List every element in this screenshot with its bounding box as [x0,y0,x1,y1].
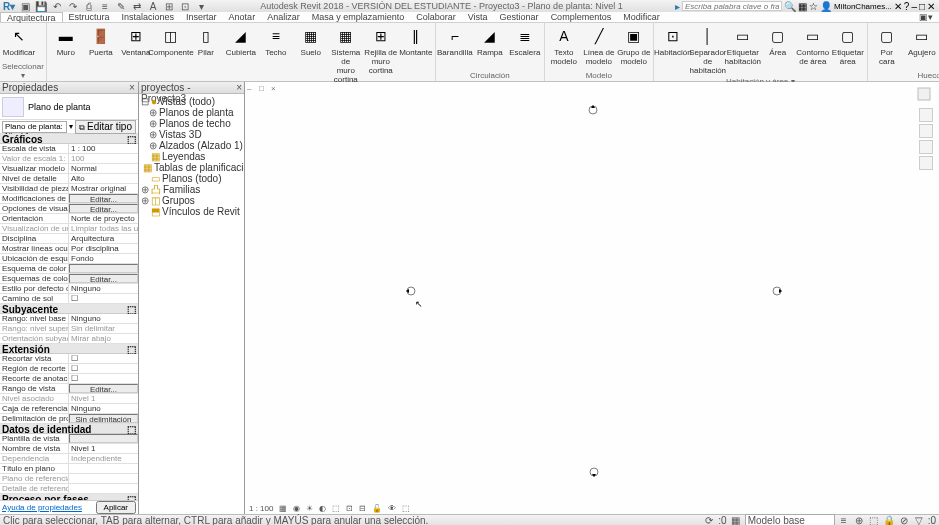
property-value[interactable]: Norte de proyecto [69,214,138,223]
maximize-icon[interactable]: □ [919,1,925,12]
qat-dropdown-icon[interactable]: ▾ [194,1,208,11]
ribbon-button[interactable]: ◫Componente [154,24,188,58]
property-value[interactable]: ☐ [69,374,138,383]
property-row[interactable]: Región de recorte visi...☐ [0,364,138,374]
property-value[interactable]: Ninguno [69,284,138,293]
shadow-icon[interactable]: ◐ [317,504,328,513]
workset-icon[interactable]: ▦ [730,515,742,525]
ribbon-button[interactable]: ╱Línea demodelo [582,24,616,67]
property-row[interactable]: Plano de referencia [0,474,138,484]
search-input[interactable] [682,1,782,11]
ribbon-button[interactable]: ▢Porcara [870,24,904,67]
ribbon-button[interactable]: ⊞Rejilla demuro cortina [364,24,398,76]
property-row[interactable]: Orientación subyacenteMirar abajo [0,334,138,344]
tab-gestionar[interactable]: Gestionar [494,12,545,22]
tree-node[interactable]: ⊕Planos de planta [141,107,242,118]
tab-masa[interactable]: Masa y emplazamiento [306,12,411,22]
signin-icon[interactable]: 👤 [820,1,832,12]
status-icon[interactable]: ⟳ [703,515,715,525]
elevation-marker-south[interactable] [588,466,600,478]
close-icon[interactable]: × [271,84,281,94]
property-row[interactable]: Opciones de visualiza...Editar... [0,204,138,214]
property-value[interactable] [69,474,138,483]
property-value[interactable]: Ninguno [69,404,138,413]
property-row[interactable]: Rango de vistaEditar... [0,384,138,394]
expand-icon[interactable]: ⊟ [141,96,149,107]
expand-icon[interactable]: ⊕ [149,118,157,129]
property-row[interactable]: Esquemas de color de...Editar... [0,274,138,284]
property-value[interactable]: Por disciplina [69,244,138,253]
edit-type-button[interactable]: ⧉ Editar tipo [75,120,136,134]
tab-instalaciones[interactable]: Instalaciones [116,12,181,22]
elevation-marker-east[interactable] [771,285,783,297]
property-row[interactable]: Recortar vista☐ [0,354,138,364]
tree-node[interactable]: ▭Planos (todo) [141,173,242,184]
properties-help-link[interactable]: Ayuda de propiedades [2,503,82,512]
property-row[interactable]: Ubicación de esquem...Fondo [0,254,138,264]
status-icon[interactable]: 🔒 [883,515,895,525]
save-icon[interactable]: 💾 [34,1,48,11]
instance-combo[interactable]: Plano de planta: Nivel 1 [2,121,67,133]
property-value[interactable]: Editar... [69,204,138,213]
property-value[interactable]: Sin delimitar [69,324,138,333]
ribbon-button[interactable]: ▯Pilar [189,24,223,58]
property-row[interactable]: Modificaciones de visi...Editar... [0,194,138,204]
property-row[interactable]: OrientaciónNorte de proyecto [0,214,138,224]
tab-estructura[interactable]: Estructura [63,12,116,22]
property-value[interactable]: 1 : 100 [69,144,138,153]
property-value[interactable]: Sin delimitación [69,414,138,423]
app-menu-icon[interactable]: R▾ [2,1,16,11]
qat-icon[interactable]: A [146,1,160,11]
expand-icon[interactable]: ⊕ [149,129,157,140]
qat-icon[interactable]: ≡ [98,1,112,11]
ribbon-button[interactable]: ⊡Habitación [656,24,690,58]
sun-icon[interactable]: ☀ [304,504,315,513]
property-row[interactable]: Delimitación de profu...Sin delimitación [0,414,138,424]
comm-icon[interactable]: ▦ [798,1,807,12]
ribbon-button[interactable]: │Separador dehabitación [691,24,725,76]
max-icon[interactable]: □ [259,84,269,94]
star-icon[interactable]: ☆ [809,1,818,12]
tab-insertar[interactable]: Insertar [180,12,223,22]
property-row[interactable]: Mostrar líneas ocultasPor disciplina [0,244,138,254]
scale-button[interactable]: 1 : 100 [247,504,275,513]
property-row[interactable]: DisciplinaArquitectura [0,234,138,244]
ribbon-button[interactable]: ▭Etiquetarhabitación [726,24,760,67]
tree-node[interactable]: ⊕凸Familias [141,184,242,195]
type-selector[interactable]: Plano de planta [0,94,138,120]
tree-node[interactable]: ▦Tablas de planificación/Cantida [141,162,242,173]
property-value[interactable] [69,264,138,273]
redo-icon[interactable]: ↷ [66,1,80,11]
apply-button[interactable]: Aplicar [96,501,136,514]
expand-icon[interactable]: ⊕ [141,195,149,206]
ribbon-button[interactable]: ▭Contornode área [796,24,830,67]
property-value[interactable]: Limpiar todas las union... [69,224,138,233]
tree-node[interactable]: ⊕Alzados (Alzado 1) [141,140,242,151]
close-icon[interactable]: × [236,82,242,93]
crop-icon[interactable]: ⊡ [344,504,355,513]
workset-combo[interactable]: Modelo base [745,514,835,526]
property-value[interactable]: ☐ [69,294,138,303]
property-value[interactable]: Editar... [69,194,138,203]
expand-icon[interactable]: ⊕ [141,184,149,195]
ribbon-button[interactable]: ◢Rampa [473,24,507,58]
tab-analizar[interactable]: Analizar [261,12,306,22]
property-row[interactable]: Valor de escala 1:100 [0,154,138,164]
tree-node[interactable]: ⊕◫Grupos [141,195,242,206]
property-row[interactable]: Plantilla de vista [0,434,138,444]
print-icon[interactable]: ⎙ [82,1,96,11]
status-icon[interactable]: ⊕ [853,515,865,525]
tree-node[interactable]: ⊕Vistas 3D [141,129,242,140]
qat-icon[interactable]: ⊡ [178,1,192,11]
exchange-icon[interactable]: ✕ [894,1,902,12]
ribbon-button[interactable]: ≡Techo [259,24,293,58]
property-row[interactable]: Escala de vista1 : 100 [0,144,138,154]
property-value[interactable]: ☐ [69,354,138,363]
property-value[interactable]: Editar... [69,384,138,393]
ribbon-button[interactable]: ▭Agujero [905,24,939,58]
property-value[interactable]: Fondo [69,254,138,263]
section-header[interactable]: Extensión⬚ [0,344,138,354]
ribbon-button[interactable]: ≣Escalera [508,24,542,58]
qat-icon[interactable]: ⊞ [162,1,176,11]
tree-node[interactable]: ⬒Vínculos de Revit [141,206,242,217]
